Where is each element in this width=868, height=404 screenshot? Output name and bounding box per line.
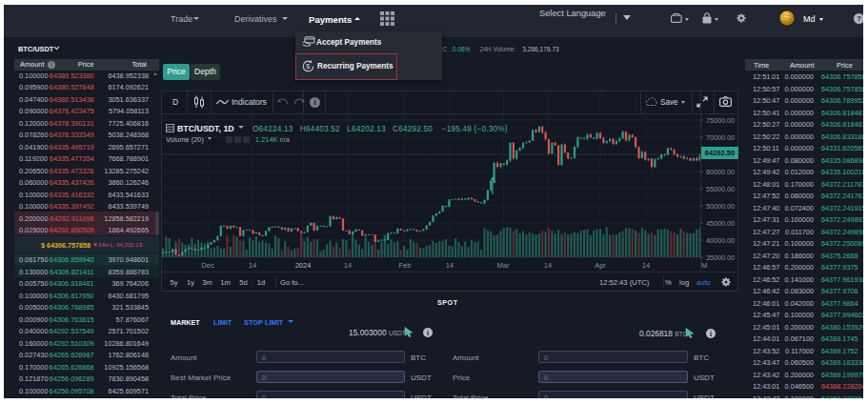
svg-text:i: i xyxy=(710,330,712,338)
svg-text:?: ? xyxy=(857,14,861,23)
svg-text:i: i xyxy=(427,329,429,337)
svg-text:i: i xyxy=(50,61,51,68)
